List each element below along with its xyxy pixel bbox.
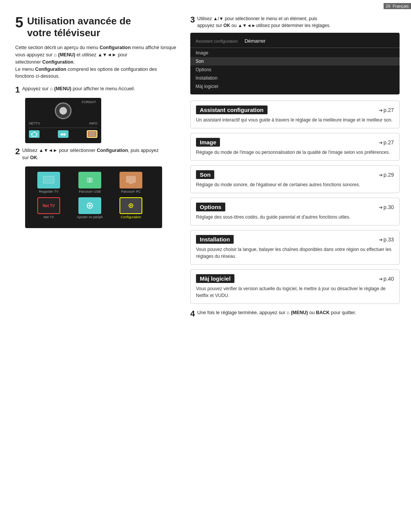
card-image-page: p.27 [379, 139, 394, 145]
card-image-header: Image p.27 [196, 138, 394, 147]
step4-text: Une fois le réglage terminée, appuyez su… [197, 309, 400, 316]
arrow-icon-image [379, 139, 384, 145]
tv-icon [37, 172, 60, 189]
menu-circle-inner [59, 107, 67, 115]
card-assistant: Assistant configuration p.27 Un assistan… [190, 101, 400, 128]
svg-rect-2 [92, 132, 94, 134]
step3-number: 3 [190, 15, 195, 24]
svg-rect-4 [92, 134, 94, 136]
add-icon [78, 197, 101, 214]
card-son-header: Son p.29 [196, 170, 394, 179]
usb-label: Parcourir USB [79, 190, 101, 193]
config-menu-item-image: Image [190, 49, 400, 57]
card-installation-desc: Vous pouvez choisir la langue, balayer l… [196, 246, 394, 260]
step1-number: 1 [15, 85, 20, 94]
card-image: Image p.27 Réglage du mode de l'image ou… [190, 133, 400, 161]
card-son-title: Son [196, 170, 214, 179]
card-options-title: Options [196, 203, 225, 211]
home-grid-item-add: Ajouter nv périph [71, 197, 109, 219]
config-menu-divider [190, 48, 400, 48]
right-column: 3 Utilisez ▲/▼ pour sélectionner le menu… [190, 15, 400, 322]
svg-rect-1 [90, 132, 92, 134]
swap-icon-shape [58, 130, 68, 138]
step2-number: 2 [15, 147, 20, 156]
card-son-desc: Réglage du mode sonore, de l'égaliseur e… [196, 181, 394, 188]
card-assistant-page: p.27 [379, 107, 394, 113]
svg-point-15 [130, 205, 132, 206]
card-maj: Màj logiciel p.40 Vous pouvez vérifier l… [190, 269, 400, 304]
page-number-bar: 26 Français [384, 3, 411, 9]
arrow-icon-son [379, 172, 384, 178]
card-maj-header: Màj logiciel p.40 [196, 274, 394, 283]
config-menu-item-maj: Màj logiciel [190, 82, 400, 91]
card-assistant-title: Assistant configuration [196, 105, 268, 114]
pc-icon [119, 172, 142, 189]
nettv-label: NETTV [29, 121, 40, 125]
arrow-icon-options [379, 204, 384, 210]
home-grid-row1: Regarder TV Parcourir USB Parcourir PC [30, 172, 158, 193]
tv-label: Regarder TV [39, 190, 58, 193]
step1-block: 1 Appuyez sur ⌂ (MENU) pour afficher le … [15, 85, 179, 93]
card-options-page: p.30 [379, 204, 394, 210]
card-options: Options p.30 Réglage des sous-titres cod… [190, 198, 400, 225]
card-maj-title: Màj logiciel [196, 274, 234, 283]
svg-rect-10 [129, 183, 133, 184]
add-label: Ajouter nv périph [77, 215, 103, 219]
usb-icon [78, 172, 101, 189]
home-grid-screenshot: Regarder TV Parcourir USB Parcourir PC [25, 166, 162, 228]
card-installation-title: Installation [196, 235, 234, 244]
home-grid-row2: Net TV Net TV Ajouter nv périph Con [30, 197, 158, 219]
home-icon-shape [29, 130, 40, 138]
home-grid-item-config: Configuration [112, 197, 150, 219]
card-son: Son p.29 Réglage du mode sonore, de l'ég… [190, 165, 400, 193]
card-maj-page: p.40 [379, 276, 394, 282]
step2-text: Utilisez ▲▼◄► pour sélectionner Configur… [22, 147, 179, 161]
step1-text: Appuyez sur ⌂ (MENU) pour afficher le me… [22, 85, 179, 93]
arrow-icon-maj [379, 276, 384, 282]
config-menu-screenshot: Assistant configuration Démarrer Image S… [190, 33, 400, 94]
pc-label: Parcourir PC [121, 190, 141, 193]
step4-block: 4 Une fois le réglage terminée, appuyez … [190, 309, 400, 316]
chapter-number: 5 [15, 15, 23, 30]
menu-icon-swap [58, 130, 68, 139]
home-grid-item-usb: Parcourir USB [71, 172, 109, 193]
card-installation-page: p.33 [379, 236, 394, 243]
step3-block: 3 Utilisez ▲/▼ pour sélectionner le menu… [190, 15, 400, 29]
chapter-heading: 5 Utilisation avancée de votre téléviseu… [15, 15, 179, 39]
menu-nav-labels: NETTV INFO [29, 121, 97, 125]
card-image-desc: Réglage du mode de l'image ou personnali… [196, 149, 394, 156]
card-options-desc: Réglage des sous-titres codés, du guide … [196, 214, 394, 220]
card-options-header: Options p.30 [196, 203, 394, 211]
config-menu-header: Assistant configuration Démarrer [190, 37, 400, 45]
chapter-title: Utilisation avancée de votre téléviseur [27, 15, 131, 39]
svg-rect-3 [90, 134, 92, 136]
language-label: Français [393, 4, 409, 8]
step2-block: 2 Utilisez ▲▼◄► pour sélectionner Config… [15, 147, 179, 161]
card-image-title: Image [196, 138, 220, 147]
home-grid-item-tv: Regarder TV [30, 172, 68, 193]
home-grid-item-nettv: Net TV Net TV [30, 197, 68, 219]
config-label: Configuration [121, 215, 141, 219]
config-menu-item-options: Options [190, 66, 400, 74]
card-son-page: p.29 [379, 172, 394, 178]
intro-text: Cette section décrit un aperçu du menu C… [15, 44, 179, 80]
format-label: FORMAT [82, 100, 96, 104]
left-column: 5 Utilisation avancée de votre téléviseu… [15, 15, 179, 322]
grid-icon-shape [87, 130, 97, 138]
config-icon [119, 197, 142, 214]
config-menu-item-installation: Installation [190, 74, 400, 82]
menu-icon-grid [87, 130, 97, 139]
step4-number: 4 [190, 309, 195, 318]
info-label: INFO [89, 121, 98, 125]
card-assistant-desc: Un assistant interactif qui vous guide à… [196, 117, 394, 123]
menu-nav-circle [55, 102, 72, 119]
step1-menu-screenshot: FORMAT NETTV INFO [25, 98, 101, 143]
config-menu-header-value: Démarrer [245, 38, 266, 44]
menu-icon-home [29, 130, 40, 139]
svg-rect-9 [126, 176, 136, 183]
card-assistant-header: Assistant configuration p.27 [196, 105, 394, 114]
svg-marker-0 [31, 132, 37, 136]
page-number: 26 [386, 4, 390, 8]
card-installation-header: Installation p.33 [196, 235, 394, 244]
arrow-icon-installation [379, 236, 384, 243]
